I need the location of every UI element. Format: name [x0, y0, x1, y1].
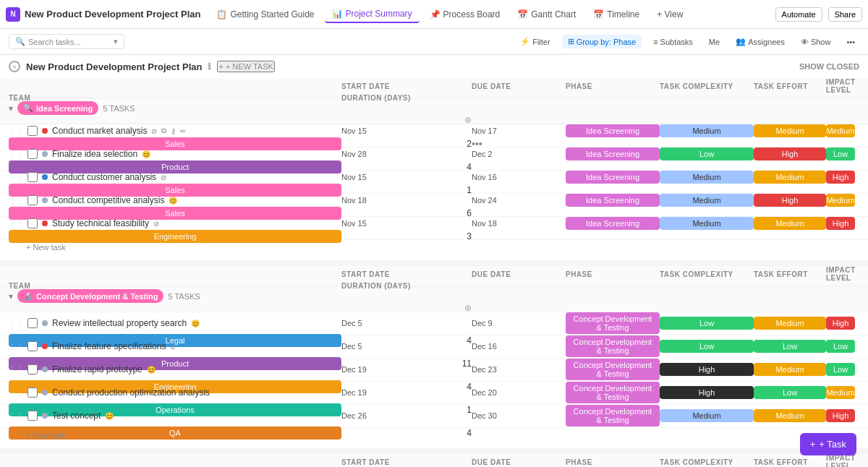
emoji-icon[interactable]: 😊 — [191, 320, 200, 327]
assignees-button[interactable]: 👥 Assignees — [731, 35, 789, 48]
expand-icon[interactable]: ▾ — [9, 291, 13, 301]
add-col-concept[interactable]: ⊕ — [341, 303, 472, 313]
task-checkbox[interactable] — [27, 411, 38, 421]
more-button[interactable]: ••• — [842, 35, 859, 48]
task-checkbox[interactable] — [27, 126, 38, 136]
priority-indicator — [42, 220, 48, 226]
task-name: Finalize rapid prototype — [52, 364, 142, 374]
col-due-date: DUE DATE — [472, 82, 566, 90]
emoji-icon[interactable]: 😊 — [105, 412, 114, 420]
drag-handle[interactable]: ⋮⋮ — [9, 150, 23, 158]
effort-cell: Medium — [754, 409, 826, 422]
phase-icon: 🔍 — [23, 103, 33, 113]
col-phase: PHASE — [566, 82, 660, 90]
effort-cell: Medium — [754, 124, 826, 137]
copy-icon[interactable]: ⧉ — [161, 127, 166, 135]
task-name: Conduct production optimization analysis — [52, 387, 210, 398]
drag-handle[interactable]: ⋮⋮ — [9, 127, 23, 135]
task-checkbox[interactable] — [27, 387, 38, 398]
new-task-button[interactable]: + + NEW TASK — [217, 61, 274, 72]
phase-title-idea: ▾ 🔍 Idea Screening 5 TASKS — [9, 101, 341, 115]
emoji-icon[interactable]: 😊 — [169, 197, 177, 205]
impact-cell: Low — [826, 147, 855, 160]
task-checkbox[interactable] — [27, 195, 38, 205]
phase-header-concept: ▾ 🔬 Concept Development & Testing 5 TASK… — [0, 286, 868, 312]
more-options[interactable]: ••• — [472, 138, 566, 150]
drag-handle[interactable]: ⋮⋮ — [9, 320, 23, 327]
phase-cell: Idea Screening — [566, 194, 660, 207]
duration-cell: 4 — [341, 428, 472, 438]
me-button[interactable]: Me — [705, 35, 724, 48]
col-start-date: START DATE — [341, 458, 472, 466]
drag-handle[interactable]: ⋮⋮ — [9, 343, 23, 351]
tab-add-view[interactable]: + View — [650, 7, 690, 22]
phase-cell: Concept Development & Testing — [566, 359, 660, 380]
impact-cell: Low — [826, 363, 855, 376]
task-checkbox[interactable] — [27, 149, 38, 159]
task-checkbox[interactable] — [27, 364, 38, 374]
task-checkbox[interactable] — [27, 172, 38, 182]
drag-handle[interactable]: ⋮⋮ — [9, 389, 23, 397]
complexity-cell: Medium — [660, 171, 754, 184]
chevron-down-icon: ▾ — [114, 37, 118, 46]
task-checkbox[interactable] — [27, 318, 38, 328]
block-icon[interactable]: ⊘ — [153, 220, 159, 228]
share-button[interactable]: Share — [828, 7, 862, 22]
filter-button[interactable]: ⚡ Filter — [516, 35, 554, 48]
duration-cell: 4 — [341, 162, 472, 172]
tab-project-summary[interactable]: 📊 Project Summary — [325, 6, 420, 23]
phase-cell: Concept Development & Testing — [566, 405, 660, 427]
show-closed-button[interactable]: SHOW CLOSED — [799, 62, 859, 71]
phase-cell: Concept Development & Testing — [566, 312, 660, 334]
task-name: Finalize idea selection — [52, 149, 137, 159]
table-row: ⋮⋮ Finalize idea selection 😊 Nov 28 Dec … — [0, 147, 868, 171]
drag-handle[interactable]: ⋮⋮ — [9, 197, 23, 205]
drag-handle[interactable]: ⋮⋮ — [9, 366, 23, 374]
task-name: Test concept — [52, 411, 101, 421]
column-headers-concept: START DATE DUE DATE PHASE TASK COMPLEXIT… — [0, 266, 868, 286]
drag-handle[interactable]: ⋮⋮ — [9, 412, 23, 420]
plus-task-button[interactable]: + + Task — [800, 433, 856, 455]
subtasks-button[interactable]: ≡ Subtasks — [649, 35, 697, 48]
drag-handle[interactable]: ⋮⋮ — [9, 220, 23, 228]
tab-gantt-chart[interactable]: 📅 Gantt Chart — [510, 7, 583, 22]
automate-button[interactable]: Automate — [775, 7, 822, 22]
tab-getting-started[interactable]: 📋 Getting Started Guide — [209, 7, 321, 22]
task-checkbox[interactable] — [27, 341, 38, 351]
block-icon[interactable]: ⊘ — [170, 343, 176, 351]
start-date: Nov 28 — [341, 150, 472, 158]
group-by-button[interactable]: ⊞ Group by: Phase — [562, 35, 642, 48]
add-col-icon[interactable]: ⊕ — [464, 115, 472, 125]
emoji-icon[interactable]: 😊 — [142, 150, 150, 158]
phase-cell: Idea Screening — [566, 217, 660, 230]
impact-cell: High — [826, 171, 855, 184]
show-icon: 👁 — [801, 38, 809, 46]
complexity-cell: Medium — [660, 124, 754, 137]
priority-indicator — [42, 320, 48, 326]
expand-icon[interactable]: ▾ — [9, 103, 13, 113]
priority-indicator — [42, 174, 48, 180]
priority-indicator — [42, 390, 48, 395]
task-count-idea: 5 TASKS — [103, 104, 135, 113]
tab-icon: 📋 — [216, 9, 227, 20]
drag-handle[interactable]: ⋮⋮ — [9, 173, 23, 181]
complexity-cell: Medium — [660, 409, 754, 422]
task-cell-name: ⋮⋮ Test concept 😊 — [9, 411, 341, 421]
show-button[interactable]: 👁 Show — [796, 35, 835, 48]
emoji-icon[interactable]: 😊 — [147, 366, 156, 374]
search-box[interactable]: 🔍 Search tasks... ▾ — [9, 34, 124, 49]
col-impact: IMPACT LEVEL — [826, 454, 855, 467]
link-icon[interactable]: ⚷ — [171, 127, 176, 135]
tab-timeline[interactable]: 📅 Timeline — [586, 7, 647, 22]
effort-cell: Medium — [754, 217, 826, 230]
tab-process-board[interactable]: 📌 Process Board — [422, 7, 508, 22]
edit-icon[interactable]: ✏ — [180, 127, 186, 135]
block-icon[interactable]: ⊘ — [151, 127, 157, 135]
col-due-date: DUE DATE — [472, 270, 566, 278]
task-checkbox[interactable] — [27, 218, 38, 228]
col-duration: DURATION (DAYS) — [341, 282, 472, 290]
section-divider — [0, 260, 868, 266]
block-icon[interactable]: ⊘ — [161, 173, 166, 181]
duration-cell: 2 — [341, 139, 472, 149]
col-impact: IMPACT LEVEL — [826, 266, 855, 282]
